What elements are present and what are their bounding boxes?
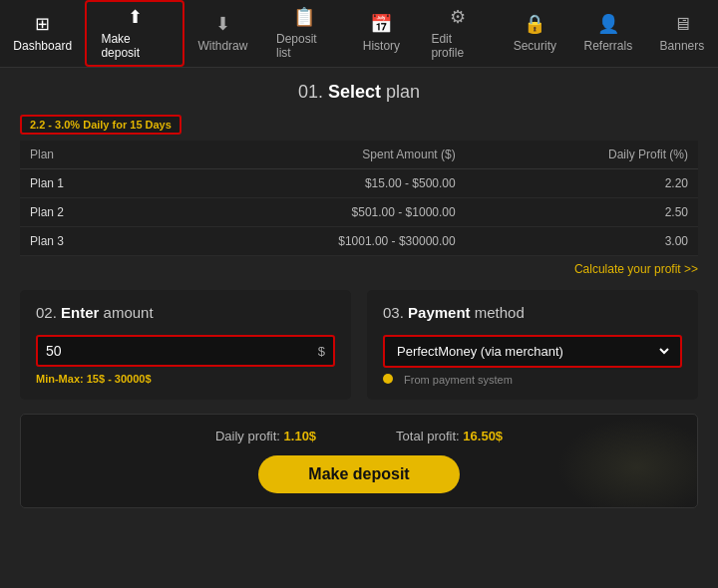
payment-method-title: 03. Payment method — [383, 304, 682, 321]
total-profit-value: 16.50$ — [463, 429, 503, 443]
payment-dot — [383, 374, 393, 384]
payment-input-row[interactable]: PerfectMoney (via merchant)BitcoinEthere… — [383, 335, 682, 368]
nav-label-make-deposit: Make deposit — [101, 32, 168, 60]
calculate-link[interactable]: Calculate your profit >> — [20, 256, 698, 276]
edit-profile-icon: ⚙ — [446, 7, 470, 27]
plan-profit: 2.20 — [466, 169, 698, 198]
select-plan-section: 01. Select plan 2.2 - 3.0% Daily for 15 … — [20, 82, 698, 276]
minmax-value: 15$ - 30000$ — [87, 373, 152, 385]
nav-item-dashboard[interactable]: ⊞ Dashboard — [0, 0, 85, 67]
amount-input-row[interactable]: $ — [36, 335, 335, 367]
make-deposit-button[interactable]: Make deposit — [258, 455, 459, 493]
plan-name: Plan 2 — [20, 198, 146, 227]
nav-item-security[interactable]: 🔒 Security — [500, 0, 570, 67]
table-row[interactable]: Plan 1 $15.00 - $500.00 2.20 — [20, 169, 698, 198]
plan-badge[interactable]: 2.2 - 3.0% Daily for 15 Days — [20, 115, 181, 135]
withdraw-icon: ⬇ — [210, 14, 234, 34]
nav-label-history: History — [363, 39, 400, 53]
total-profit-label: Total profit: 16.50$ — [396, 429, 503, 443]
table-row[interactable]: Plan 3 $1001.00 - $30000.00 3.00 — [20, 227, 698, 256]
banners-icon: 🖥 — [670, 14, 694, 34]
plan-name: Plan 1 — [20, 169, 146, 198]
plan-table: Plan Spent Amount ($) Daily Profit (%) P… — [20, 141, 698, 256]
daily-profit-label: Daily profit: 1.10$ — [215, 429, 316, 443]
nav-label-referrals: Referrals — [583, 39, 632, 53]
nav-label-security: Security — [514, 39, 556, 53]
nav-item-make-deposit[interactable]: ⬆ Make deposit — [85, 0, 183, 67]
daily-profit-value: 1.10$ — [284, 429, 317, 443]
select-plan-title: 01. Select plan — [20, 82, 698, 103]
nav-item-edit-profile[interactable]: ⚙ Edit profile — [416, 0, 500, 67]
security-icon: 🔒 — [523, 14, 546, 34]
plan-spent: $501.00 - $1000.00 — [146, 198, 466, 227]
col-spent: Spent Amount ($) — [146, 141, 466, 169]
col-profit: Daily Profit (%) — [466, 141, 698, 169]
plan-spent: $1001.00 - $30000.00 — [146, 227, 466, 256]
amount-minmax: Min-Max: 15$ - 30000$ — [36, 373, 335, 385]
navigation: ⊞ Dashboard ⬆ Make deposit ⬇ Withdraw 📋 … — [0, 0, 718, 68]
referrals-icon: 👤 — [596, 14, 620, 34]
nav-label-banners: Banners — [660, 39, 705, 53]
make-deposit-icon: ⬆ — [123, 7, 147, 27]
nav-label-deposit-list: Deposit list — [276, 32, 331, 60]
calculate-profit-link[interactable]: Calculate your profit >> — [574, 262, 698, 276]
lower-row: 02. Enter amount $ Min-Max: 15$ - 30000$… — [20, 290, 698, 400]
amount-input[interactable] — [46, 343, 312, 359]
main-content: 01. Select plan 2.2 - 3.0% Daily for 15 … — [0, 68, 718, 588]
history-icon: 📅 — [369, 14, 393, 34]
plan-spent: $15.00 - $500.00 — [146, 169, 466, 198]
enter-amount-section: 02. Enter amount $ Min-Max: 15$ - 30000$ — [20, 290, 351, 400]
table-row[interactable]: Plan 2 $501.00 - $1000.00 2.50 — [20, 198, 698, 227]
profit-bg — [557, 418, 698, 508]
profit-section: Daily profit: 1.10$ Total profit: 16.50$… — [20, 414, 698, 508]
dashboard-icon: ⊞ — [31, 14, 55, 34]
nav-item-deposit-list[interactable]: 📋 Deposit list — [261, 0, 346, 67]
amount-unit: $ — [318, 344, 325, 359]
nav-item-withdraw[interactable]: ⬇ Withdraw — [184, 0, 261, 67]
nav-label-edit-profile: Edit profile — [431, 32, 485, 60]
payment-select[interactable]: PerfectMoney (via merchant)BitcoinEthere… — [393, 343, 672, 360]
profit-row: Daily profit: 1.10$ Total profit: 16.50$ — [215, 429, 503, 443]
enter-amount-title: 02. Enter amount — [36, 304, 335, 321]
nav-label-withdraw: Withdraw — [197, 39, 247, 53]
nav-item-banners[interactable]: 🖥 Banners — [646, 0, 718, 67]
from-payment-label: From payment system — [383, 374, 682, 386]
plan-profit: 3.00 — [466, 227, 698, 256]
nav-item-history[interactable]: 📅 History — [346, 0, 416, 67]
plan-profit: 2.50 — [466, 198, 698, 227]
deposit-list-icon: 📋 — [292, 7, 316, 27]
nav-item-referrals[interactable]: 👤 Referrals — [570, 0, 646, 67]
col-plan: Plan — [20, 141, 146, 169]
payment-method-section: 03. Payment method PerfectMoney (via mer… — [367, 290, 698, 400]
nav-label-dashboard: Dashboard — [13, 39, 72, 53]
plan-name: Plan 3 — [20, 227, 146, 256]
